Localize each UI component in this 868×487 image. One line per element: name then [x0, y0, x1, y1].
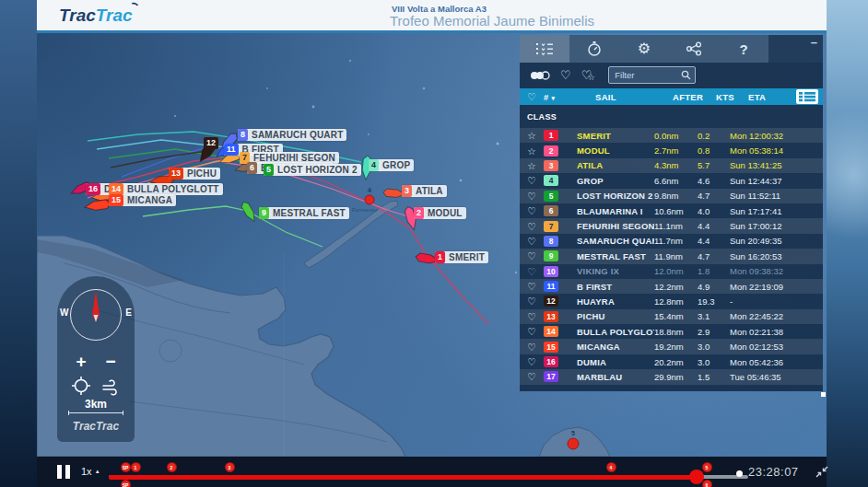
table-row[interactable]: ☆2MODUL2.7nm0.8Mon 05:38:14	[520, 143, 823, 157]
heart-icon[interactable]: ♡	[527, 266, 535, 277]
column-sail[interactable]: SAIL	[595, 92, 673, 102]
kts-value: 4.7	[698, 191, 730, 201]
timeline-event-marker[interactable]: 6	[702, 480, 712, 487]
timeline-event-marker[interactable]: 5	[702, 462, 712, 472]
star-overlay-icon: ☆	[588, 74, 595, 82]
rank-badge: 6	[544, 205, 558, 216]
table-row[interactable]: ♡8SAMARUCH QUART11.7nm4.4Sun 20:49:35	[520, 234, 823, 249]
star-icon[interactable]: ☆	[527, 130, 535, 141]
star-icon[interactable]: ☆	[527, 160, 535, 171]
after-value: 11.7nm	[654, 236, 698, 246]
heart-icon[interactable]: ♡	[527, 326, 535, 337]
table-row[interactable]: ♡9MESTRAL FAST11.9nm4.7Sun 16:20:53	[520, 249, 823, 263]
boat-map-label[interactable]: 15MICANGA	[109, 194, 176, 206]
boat-dots-toggle[interactable]	[530, 69, 550, 82]
tab-settings[interactable]: ⚙	[619, 35, 669, 63]
after-value: 12.2nm	[654, 282, 698, 292]
list-view-toggle[interactable]	[796, 89, 818, 106]
table-row[interactable]: ♡6BLAUMARINA I10.6nm4.0Sun 17:17:41	[520, 203, 823, 218]
heart-star-toggle[interactable]: ♡☆	[581, 69, 592, 81]
table-row[interactable]: ☆3ATILA4.3nm5.7Sun 13:41:25	[520, 158, 823, 173]
timeline-event-marker[interactable]: SP	[121, 462, 131, 472]
boat-map-label[interactable]: 2MODUL	[414, 207, 466, 219]
table-row[interactable]: ♡10VIKING IX12.0nm1.8Mon 09:38:32	[520, 264, 823, 279]
compass-east-label: E	[125, 307, 132, 318]
boat-map-label[interactable]: 13PICHU	[169, 168, 220, 180]
heart-icon[interactable]: ♡	[527, 281, 535, 292]
column-eta[interactable]: ETA	[748, 92, 803, 102]
tab-help[interactable]: ?	[719, 35, 768, 63]
heart-icon[interactable]: ♡	[527, 205, 535, 216]
heart-icon[interactable]: ♡	[527, 191, 535, 202]
boat-map-label[interactable]: 8SAMARUCH QUART	[238, 129, 346, 141]
table-row[interactable]: ♡11B FIRST12.2nm4.9Mon 22:19:09	[520, 279, 823, 294]
favorites-heart-toggle[interactable]: ♡	[560, 69, 571, 81]
eta-value: Tue 05:46:35	[730, 372, 802, 382]
zoom-in-button[interactable]: +	[70, 354, 92, 372]
eta-value: Mon 02:21:38	[730, 327, 802, 337]
table-row[interactable]: ♡4GROP6.6nm4.6Sun 12:44:37	[520, 173, 823, 188]
letterbox-left	[0, 0, 37, 487]
timeline-track[interactable]	[109, 475, 748, 479]
column-kts[interactable]: KTS	[716, 92, 748, 102]
rank-badge: 4	[544, 175, 558, 186]
boat-map-label[interactable]: 5LOST HORIZON 2	[264, 164, 361, 176]
timeline-event-marker[interactable]: 3	[225, 462, 235, 472]
rank-badge: 16	[544, 356, 558, 367]
heart-icon[interactable]: ♡	[527, 311, 535, 322]
after-value: 4.3nm	[654, 160, 698, 170]
header-heart-icon[interactable]: ♡	[527, 91, 536, 102]
table-row[interactable]: ♡15MICANGA19.2nm3.0Mon 02:12:53	[520, 339, 823, 354]
heart-icon[interactable]: ♡	[527, 250, 535, 261]
boat-map-label[interactable]: 12	[204, 137, 218, 149]
heart-icon[interactable]: ♡	[527, 356, 535, 367]
heart-icon[interactable]: ♡	[527, 371, 535, 382]
panel-minimize-button[interactable]: –	[811, 35, 817, 49]
boat-map-label[interactable]: 9MESTRAL FAST	[259, 207, 349, 219]
filter-input[interactable]	[613, 69, 681, 81]
table-row[interactable]: ♡16DUMIA20.2nm3.0Mon 05:42:36	[520, 354, 823, 369]
kts-value: 4.4	[698, 236, 730, 246]
app-window: TracTrac VIII Volta a Mallorca A3 Trofeo…	[0, 0, 868, 487]
boat-map-label[interactable]: 4GROP	[369, 159, 414, 171]
tractrac-logo[interactable]: TracTrac	[59, 6, 133, 26]
search-icon	[681, 70, 691, 80]
table-row[interactable]: ♡17MARBLAU29.9nm1.5Tue 05:46:35	[520, 369, 823, 384]
kts-value: 4.4	[698, 221, 730, 231]
table-row[interactable]: ☆1SMERIT0.0nm0.2Mon 12:00:32	[520, 128, 823, 143]
panel-resize-handle[interactable]	[821, 392, 826, 397]
heart-icon[interactable]: ♡	[527, 296, 535, 307]
rank-badge: 7	[544, 221, 558, 232]
zoom-out-button[interactable]: −	[100, 354, 122, 372]
pause-button[interactable]	[57, 465, 73, 479]
table-row[interactable]: ♡14BULLA POLYGLOTT18.8nm2.9Mon 02:21:38	[520, 324, 823, 339]
after-value: 9.8nm	[654, 191, 698, 201]
star-icon[interactable]: ☆	[527, 145, 535, 157]
table-row[interactable]: ♡7FEHURIHI SEGON11.1nm4.4Sun 17:00:12	[520, 218, 823, 233]
after-value: 0.0nm	[654, 131, 698, 141]
timeline-event-marker[interactable]: 2	[167, 462, 177, 472]
timeline-event-marker[interactable]: 4	[606, 462, 616, 472]
heart-icon[interactable]: ♡	[527, 221, 535, 232]
speed-selector[interactable]: 1x ▲	[81, 466, 100, 477]
column-after[interactable]: AFTER	[673, 92, 716, 102]
boat-label-text: SAMARUCH QUART	[252, 130, 343, 140]
collapse-view-button[interactable]	[815, 465, 828, 481]
eta-value: Mon 12:00:32	[730, 131, 802, 141]
heart-icon[interactable]: ♡	[527, 236, 535, 247]
tab-share[interactable]	[669, 35, 719, 63]
eta-value: Mon 22:19:09	[730, 282, 802, 292]
tab-timer[interactable]	[569, 35, 619, 63]
column-rank[interactable]: # ▾	[544, 92, 577, 102]
table-row[interactable]: ♡5LOST HORIZON 29.8nm4.7Sun 11:52:11	[520, 189, 823, 203]
timeline-event-marker[interactable]: 1	[131, 462, 141, 472]
table-row[interactable]: ♡12HUAYRA12.8nm19.3-	[520, 294, 823, 308]
kts-value: 3.0	[698, 342, 730, 352]
boat-map-label[interactable]: 3ATILA	[402, 185, 447, 197]
tab-leaderboard[interactable]	[520, 35, 569, 63]
heart-icon[interactable]: ♡	[527, 175, 535, 186]
heart-icon[interactable]: ♡	[527, 342, 535, 353]
timeline-event-marker[interactable]: SP	[121, 480, 131, 487]
table-row[interactable]: ♡13PICHU15.4nm3.1Mon 22:45:22	[520, 309, 823, 324]
boat-map-label[interactable]: 1SMERIT	[435, 251, 488, 263]
